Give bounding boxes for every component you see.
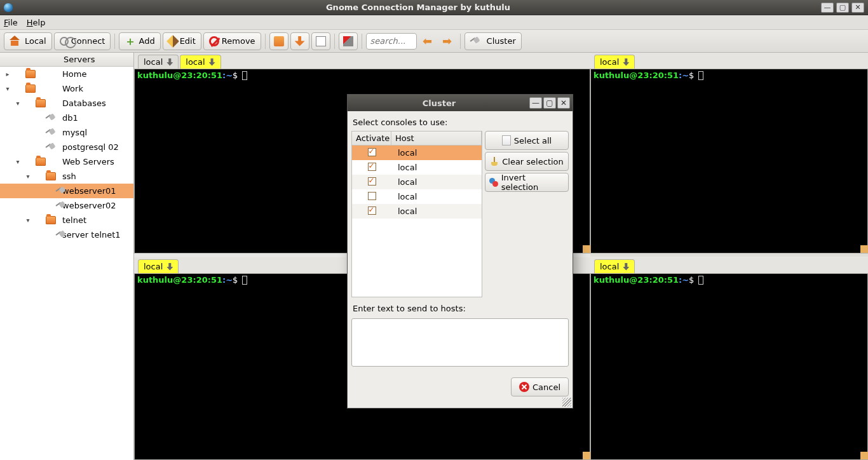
tree-item[interactable]: postgresql 02: [0, 140, 133, 154]
col-activate[interactable]: Activate: [352, 132, 391, 145]
tree-item[interactable]: ▾Web Servers: [0, 154, 133, 169]
tree-item[interactable]: mysql: [0, 125, 133, 140]
folder-icon: [46, 172, 56, 180]
cluster-button[interactable]: Cluster: [465, 32, 522, 50]
expander-icon[interactable]: ▾: [13, 158, 23, 165]
activate-checkbox[interactable]: [368, 192, 376, 200]
activate-checkbox[interactable]: [368, 177, 376, 186]
window-titlebar: Gnome Connection Manager by kuthulu — ▢ …: [0, 0, 868, 15]
host-list-header: Activate Host: [352, 132, 482, 145]
server-tree[interactable]: ▸Home▾Work▾Databasesdb1mysqlpostgresql 0…: [0, 67, 133, 460]
menubar: File Help: [0, 15, 868, 30]
dialog-close-button[interactable]: ✕: [557, 97, 570, 109]
cancel-button[interactable]: Cancel: [511, 377, 569, 396]
activate-checkbox[interactable]: [368, 148, 376, 156]
expander-icon[interactable]: ▾: [23, 217, 33, 224]
pin-icon: [623, 58, 629, 66]
tree-item[interactable]: server telnet1: [0, 227, 133, 242]
search-input[interactable]: [366, 33, 417, 50]
separator: [265, 34, 266, 49]
scroll-handle[interactable]: [860, 245, 868, 253]
prompt-path: :~: [679, 275, 689, 285]
close-button[interactable]: ✕: [851, 3, 864, 13]
local-button[interactable]: Local: [4, 32, 52, 50]
clear-selection-button[interactable]: Clear selection: [485, 152, 569, 171]
tree-item[interactable]: ▾telnet: [0, 213, 133, 227]
settings-button[interactable]: [339, 32, 358, 50]
terminal-tab[interactable]: local: [594, 259, 635, 273]
horizontal-splitter[interactable]: [590, 254, 868, 257]
send-text-input[interactable]: [351, 318, 569, 367]
minimize-button[interactable]: —: [821, 3, 834, 13]
plug-icon: [56, 201, 58, 211]
host-row[interactable]: local: [352, 189, 482, 204]
scroll-handle[interactable]: [860, 452, 868, 459]
terminal-cursor: [698, 71, 703, 80]
menu-help[interactable]: Help: [27, 18, 46, 27]
schedule-button[interactable]: [311, 32, 330, 50]
menu-file[interactable]: File: [4, 18, 18, 27]
dialog-maximize-button[interactable]: ▢: [543, 97, 556, 109]
app-icon: [4, 3, 13, 12]
export-button[interactable]: [290, 32, 309, 50]
terminal-tab[interactable]: local: [138, 55, 179, 69]
add-button[interactable]: ＋Add: [119, 32, 160, 50]
terminal-tab[interactable]: local: [594, 55, 635, 69]
expander-icon[interactable]: ▾: [23, 173, 33, 180]
tree-item[interactable]: db1: [0, 111, 133, 125]
plus-icon: ＋: [125, 34, 136, 49]
tree-item[interactable]: webserver01: [0, 184, 133, 198]
search-prev-button[interactable]: ⬅: [419, 32, 437, 50]
expander-icon[interactable]: ▾: [13, 100, 23, 107]
search-next-button[interactable]: ➡: [438, 32, 456, 50]
invert-selection-button[interactable]: Invert selection: [485, 173, 569, 192]
tree-item-label: mysql: [62, 128, 87, 137]
connect-label: Connect: [71, 36, 105, 46]
dialog-minimize-button[interactable]: —: [529, 97, 542, 109]
dialog-title: Cluster: [350, 98, 528, 108]
pane-bottom-right: localkuthulu@23:20:51:~$: [590, 257, 868, 460]
host-name: local: [391, 192, 482, 201]
host-name: local: [391, 177, 482, 187]
dialog-body: Select consoles to use: Activate Host lo…: [348, 111, 573, 372]
terminal[interactable]: kuthulu@23:20:51:~$: [590, 274, 868, 460]
tree-item-label: db1: [62, 113, 78, 123]
copy-button[interactable]: [269, 32, 288, 50]
edit-button[interactable]: Edit: [163, 32, 201, 50]
pane-top-right: localkuthulu@23:20:51:~$: [590, 53, 868, 254]
sidebar: Servers ▸Home▾Work▾Databasesdb1mysqlpost…: [0, 53, 134, 460]
host-row[interactable]: local: [352, 175, 482, 189]
cancel-icon: [519, 382, 529, 392]
cluster-dialog: Cluster — ▢ ✕ Select consoles to use: Ac…: [347, 94, 573, 409]
expander-icon[interactable]: ▸: [3, 71, 13, 78]
host-row[interactable]: local: [352, 160, 482, 175]
tree-item[interactable]: ▾ssh: [0, 169, 133, 184]
terminal-tab[interactable]: local: [138, 259, 179, 273]
terminal-tab[interactable]: local: [180, 55, 220, 69]
tree-item[interactable]: webserver02: [0, 198, 133, 213]
tree-item[interactable]: ▾Databases: [0, 96, 133, 111]
select-all-button[interactable]: Select all: [485, 131, 569, 150]
add-label: Add: [139, 36, 154, 46]
copy-icon: [274, 36, 284, 46]
scroll-handle[interactable]: [583, 452, 590, 459]
terminal[interactable]: kuthulu@23:20:51:~$: [590, 69, 868, 254]
tree-item[interactable]: ▸Home: [0, 67, 133, 81]
tree-item[interactable]: ▾Work: [0, 81, 133, 96]
resize-grip[interactable]: [562, 398, 571, 407]
no-entry-icon: [209, 36, 219, 46]
host-list[interactable]: Activate Host locallocallocallocallocal: [351, 131, 482, 297]
activate-checkbox[interactable]: [368, 163, 376, 171]
tab-label: local: [186, 57, 205, 67]
col-host[interactable]: Host: [391, 132, 482, 145]
activate-checkbox[interactable]: [368, 206, 376, 215]
host-row[interactable]: local: [352, 145, 482, 160]
scroll-handle[interactable]: [583, 245, 590, 253]
prompt-suffix: $: [689, 71, 696, 80]
remove-button[interactable]: Remove: [203, 32, 261, 50]
host-row[interactable]: local: [352, 204, 482, 219]
expander-icon[interactable]: ▾: [3, 85, 13, 92]
maximize-button[interactable]: ▢: [836, 3, 849, 13]
connect-button[interactable]: Connect: [54, 32, 111, 50]
tab-label: local: [600, 262, 619, 271]
